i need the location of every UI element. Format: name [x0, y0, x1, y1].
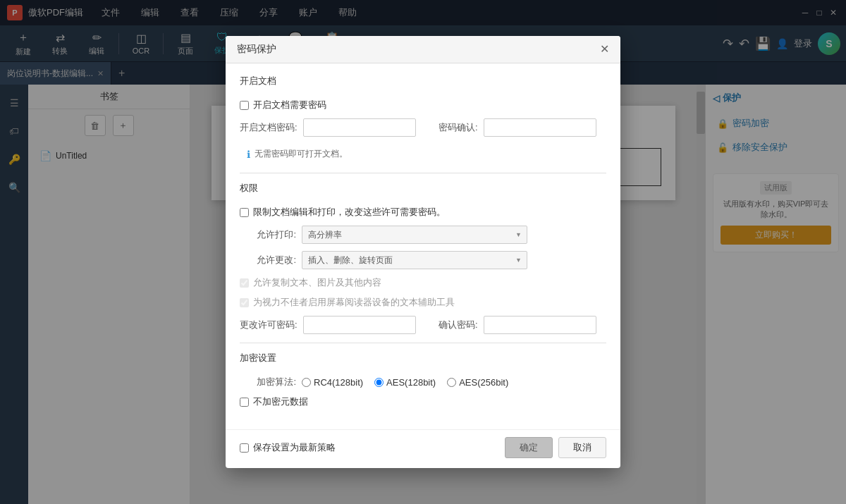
cancel-button[interactable]: 取消	[558, 437, 606, 458]
aes256-radio[interactable]	[447, 378, 456, 387]
permissions-section-label: 权限	[240, 182, 606, 199]
restrict-checkbox-label[interactable]: 限制文档编辑和打印，改变这些许可需要密码。	[253, 206, 446, 219]
aes128-label: AES(128bit)	[386, 377, 436, 388]
confirm-perm-password-input[interactable]	[484, 316, 596, 334]
restrict-checkbox[interactable]	[240, 208, 249, 217]
copy-checkbox-row: 允许复制文本、图片及其他内容	[240, 276, 606, 289]
section-divider-2	[240, 343, 606, 343]
restrict-checkbox-row: 限制文档编辑和打印，改变这些许可需要密码。	[240, 206, 606, 219]
confirm-perm-password-label: 确认密码:	[422, 319, 478, 331]
copy-checkbox[interactable]	[240, 278, 249, 288]
rc4-label: RC4(128bit)	[314, 377, 363, 388]
no-encrypt-metadata-label[interactable]: 不加密元数据	[253, 395, 308, 408]
info-row: ℹ 无需密码即可打开文档。	[240, 144, 606, 164]
allow-print-wrapper: 高分辨率	[302, 226, 527, 244]
dialog-footer: 保存设置为最新策略 确定 取消	[226, 429, 620, 468]
open-doc-checkbox[interactable]	[240, 101, 249, 110]
screen-reader-checkbox-row: 为视力不佳者启用屏幕阅读器设备的文本辅助工具	[240, 296, 606, 309]
dialog-body: 开启文档 开启文档需要密码 开启文档密码: 密码确认: ℹ 无需密码即可打开文档…	[226, 63, 620, 426]
open-doc-section-label: 开启文档	[240, 75, 606, 92]
no-encrypt-metadata-checkbox[interactable]	[240, 398, 249, 407]
algorithm-radio-group: RC4(128bit) AES(128bit) AES(256bit)	[302, 377, 508, 388]
dialog-overlay: 密码保护 ✕ 开启文档 开启文档需要密码 开启文档密码: 密码确认: ℹ 无需密…	[0, 0, 846, 504]
allow-edit-row: 允许更改: 插入、删除、旋转页面	[240, 251, 606, 269]
change-password-label: 更改许可密码:	[240, 319, 298, 331]
encryption-section-label: 加密设置	[240, 352, 606, 369]
confirm-password-label: 密码确认:	[422, 121, 478, 134]
open-password-input[interactable]	[303, 118, 416, 137]
allow-print-row: 允许打印: 高分辨率	[240, 226, 606, 244]
no-encrypt-metadata-row: 不加密元数据	[240, 395, 606, 408]
screen-reader-checkbox[interactable]	[240, 298, 249, 307]
allow-print-select[interactable]: 高分辨率	[302, 226, 527, 244]
screen-reader-label: 为视力不佳者启用屏幕阅读器设备的文本辅助工具	[253, 296, 455, 309]
rc4-radio[interactable]	[302, 378, 311, 387]
save-policy-checkbox[interactable]	[240, 443, 249, 453]
open-password-row: 开启文档密码: 密码确认:	[240, 118, 606, 137]
info-text: 无需密码即可打开文档。	[255, 148, 348, 160]
copy-checkbox-label: 允许复制文本、图片及其他内容	[253, 276, 381, 289]
dialog-close-button[interactable]: ✕	[600, 44, 609, 55]
change-password-input[interactable]	[303, 316, 416, 334]
aes128-option[interactable]: AES(128bit)	[374, 377, 436, 388]
rc4-option[interactable]: RC4(128bit)	[302, 377, 363, 388]
aes256-label: AES(256bit)	[459, 377, 508, 388]
info-icon: ℹ	[247, 149, 250, 160]
open-doc-checkbox-row: 开启文档需要密码	[240, 99, 606, 111]
confirm-password-input[interactable]	[484, 118, 596, 137]
open-doc-checkbox-label[interactable]: 开启文档需要密码	[253, 99, 326, 111]
change-password-row: 更改许可密码: 确认密码:	[240, 316, 606, 334]
aes256-option[interactable]: AES(256bit)	[447, 377, 508, 388]
save-policy-label[interactable]: 保存设置为最新策略	[253, 441, 336, 454]
algorithm-label: 加密算法:	[240, 376, 296, 388]
algorithm-row: 加密算法: RC4(128bit) AES(128bit) AES(256bit…	[240, 376, 606, 388]
allow-edit-label: 允许更改:	[240, 254, 296, 266]
ok-button[interactable]: 确定	[505, 437, 553, 458]
dialog-title: 密码保护	[237, 43, 276, 56]
save-policy-row: 保存设置为最新策略	[240, 437, 499, 458]
allow-edit-wrapper: 插入、删除、旋转页面	[302, 251, 527, 269]
allow-edit-select[interactable]: 插入、删除、旋转页面	[302, 251, 527, 269]
section-divider-1	[240, 173, 606, 173]
dialog-header: 密码保护 ✕	[226, 36, 620, 63]
open-password-label: 开启文档密码:	[240, 121, 298, 134]
password-dialog: 密码保护 ✕ 开启文档 开启文档需要密码 开启文档密码: 密码确认: ℹ 无需密…	[226, 36, 620, 468]
allow-print-label: 允许打印:	[240, 228, 296, 241]
aes128-radio[interactable]	[374, 378, 384, 387]
